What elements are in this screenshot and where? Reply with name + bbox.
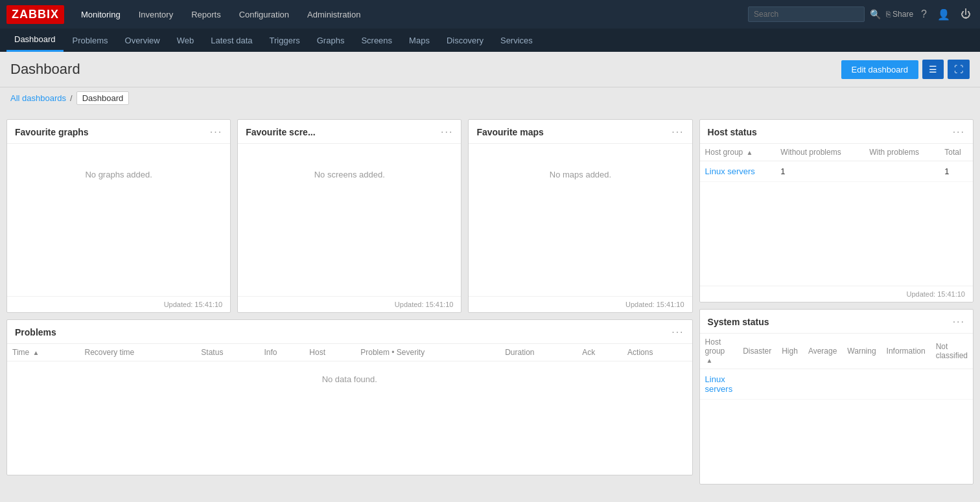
right-area: Host status ··· Host group ▲ [699, 119, 974, 485]
menu-lines-icon: ☰ [929, 64, 937, 74]
nav-reports[interactable]: Reports [183, 6, 229, 23]
small-widgets-row: Favourite graphs ··· No graphs added. Up… [6, 119, 693, 313]
widget-system-status-body: Host group ▲ Disaster High Average Warni… [700, 334, 973, 484]
widget-problems-header: Problems ··· [7, 320, 692, 344]
system-status-average [803, 369, 842, 400]
zabbix-logo[interactable]: ZABBIX [6, 5, 64, 24]
problems-table: Time ▲ Recovery time Status Info Host Pr… [7, 344, 692, 397]
subnav-discovery[interactable]: Discovery [439, 29, 491, 52]
widget-host-status-header: Host status ··· [700, 120, 973, 144]
host-status-without-linux: 1 [775, 161, 864, 182]
widget-system-status-menu[interactable]: ··· [953, 316, 965, 328]
host-status-body: Linux servers 1 1 [700, 161, 973, 182]
host-status-col-total: Total [939, 144, 973, 161]
subnav-triggers[interactable]: Triggers [262, 29, 308, 52]
help-icon[interactable]: ? [918, 6, 929, 23]
subnav-problems[interactable]: Problems [65, 29, 116, 52]
nav-configuration[interactable]: Configuration [231, 6, 297, 23]
breadcrumb-separator: / [70, 93, 73, 103]
power-icon[interactable]: ⏻ [958, 6, 974, 23]
subnav-latest-data[interactable]: Latest data [203, 29, 260, 52]
problems-col-host: Host [304, 344, 355, 361]
share-icon: ⎘ [886, 10, 891, 19]
host-status-header-row: Host group ▲ Without problems With probl… [700, 144, 973, 161]
search-input[interactable] [748, 6, 865, 22]
system-status-not-classified [931, 369, 973, 400]
subnav-dashboard[interactable]: Dashboard [6, 29, 64, 52]
widget-host-status-body: Host group ▲ Without problems With probl… [700, 144, 973, 286]
edit-dashboard-button[interactable]: Edit dashboard [841, 60, 918, 79]
fullscreen-button[interactable]: ⛶ [948, 60, 970, 79]
dashboard-content: Favourite graphs ··· No graphs added. Up… [0, 113, 980, 502]
system-status-information [881, 369, 931, 400]
host-status-col-with: With problems [864, 144, 939, 161]
widget-fav-maps-menu[interactable]: ··· [671, 126, 684, 138]
system-status-col-group: Host group ▲ [700, 334, 738, 369]
widget-favourite-graphs: Favourite graphs ··· No graphs added. Up… [6, 119, 231, 313]
widget-system-status-header: System status ··· [700, 310, 973, 334]
subnav-screens[interactable]: Screens [353, 29, 400, 52]
time-sort-icon: ▲ [33, 349, 40, 356]
breadcrumb: All dashboards / Dashboard [0, 87, 980, 113]
system-linux-servers-link[interactable]: Linux servers [705, 374, 733, 394]
top-navigation: ZABBIX Monitoring Inventory Reports Conf… [0, 0, 980, 29]
search-icon[interactable]: 🔍 [870, 9, 881, 19]
system-status-header-row: Host group ▲ Disaster High Average Warni… [700, 334, 973, 369]
nav-monitoring[interactable]: Monitoring [73, 6, 128, 23]
top-row: Favourite graphs ··· No graphs added. Up… [6, 119, 974, 485]
host-status-col-group: Host group ▲ [700, 144, 776, 161]
system-status-body: Linux servers [700, 369, 973, 400]
problems-col-status: Status [196, 344, 259, 361]
left-area: Favourite graphs ··· No graphs added. Up… [6, 119, 693, 485]
system-status-col-warning: Warning [842, 334, 881, 369]
breadcrumb-all-dashboards[interactable]: All dashboards [10, 93, 66, 103]
nav-administration[interactable]: Administration [299, 6, 368, 23]
widget-fav-graphs-footer: Updated: 15:41:10 [7, 296, 230, 312]
share-button[interactable]: ⎘ Share [886, 10, 913, 19]
widget-fav-screens-footer: Updated: 15:41:10 [238, 296, 461, 312]
problems-col-recovery: Recovery time [80, 344, 196, 361]
subnav-graphs[interactable]: Graphs [309, 29, 353, 52]
subnav-services[interactable]: Services [493, 29, 541, 52]
widget-fav-maps-footer: Updated: 15:41:10 [469, 296, 692, 312]
problems-col-duration: Duration [500, 344, 577, 361]
host-status-head: Host group ▲ Without problems With probl… [700, 144, 973, 161]
system-status-col-information: Information [881, 334, 931, 369]
sub-navigation: Dashboard Problems Overview Web Latest d… [0, 29, 980, 52]
problems-col-actions: Actions [622, 344, 692, 361]
system-status-row-linux: Linux servers [700, 369, 973, 400]
widget-problems: Problems ··· Time ▲ Recov [6, 319, 693, 475]
linux-servers-link[interactable]: Linux servers [705, 166, 755, 176]
fav-graphs-empty: No graphs added. [15, 150, 222, 199]
page-title: Dashboard [10, 61, 80, 78]
system-status-col-disaster: Disaster [738, 334, 776, 369]
widget-host-status-menu[interactable]: ··· [953, 126, 965, 138]
system-group-sort-icon: ▲ [706, 357, 713, 364]
fullscreen-icon: ⛶ [954, 64, 963, 74]
problems-col-time[interactable]: Time ▲ [7, 344, 80, 361]
widget-problems-menu[interactable]: ··· [671, 326, 684, 338]
widget-fav-screens-menu[interactable]: ··· [441, 126, 453, 138]
subnav-overview[interactable]: Overview [117, 29, 168, 52]
widget-fav-graphs-menu[interactable]: ··· [210, 126, 222, 138]
widget-system-status: System status ··· Host group ▲ [699, 309, 974, 485]
widget-fav-maps-header: Favourite maps ··· [469, 120, 692, 144]
dashboard-menu-button[interactable]: ☰ [922, 60, 944, 79]
host-status-with-linux [864, 161, 939, 182]
problems-col-info: Info [259, 344, 304, 361]
problems-col-ack: Ack [577, 344, 622, 361]
widget-fav-maps-body: No maps added. [469, 144, 692, 296]
widget-fav-graphs-header: Favourite graphs ··· [7, 120, 230, 144]
system-status-col-average: Average [803, 334, 842, 369]
widget-fav-screens-body: No screens added. [238, 144, 461, 296]
user-icon[interactable]: 👤 [935, 6, 953, 23]
system-status-col-high: High [776, 334, 803, 369]
subnav-web[interactable]: Web [169, 29, 202, 52]
widget-favourite-maps: Favourite maps ··· No maps added. Update… [468, 119, 692, 313]
widget-problems-title: Problems [15, 327, 56, 337]
subnav-maps[interactable]: Maps [401, 29, 438, 52]
problems-col-problem-severity: Problem • Severity [355, 344, 500, 361]
widget-problems-body: Time ▲ Recovery time Status Info Host Pr… [7, 344, 692, 475]
nav-inventory[interactable]: Inventory [131, 6, 181, 23]
widget-fav-screens-header: Favourite scre... ··· [238, 120, 461, 144]
